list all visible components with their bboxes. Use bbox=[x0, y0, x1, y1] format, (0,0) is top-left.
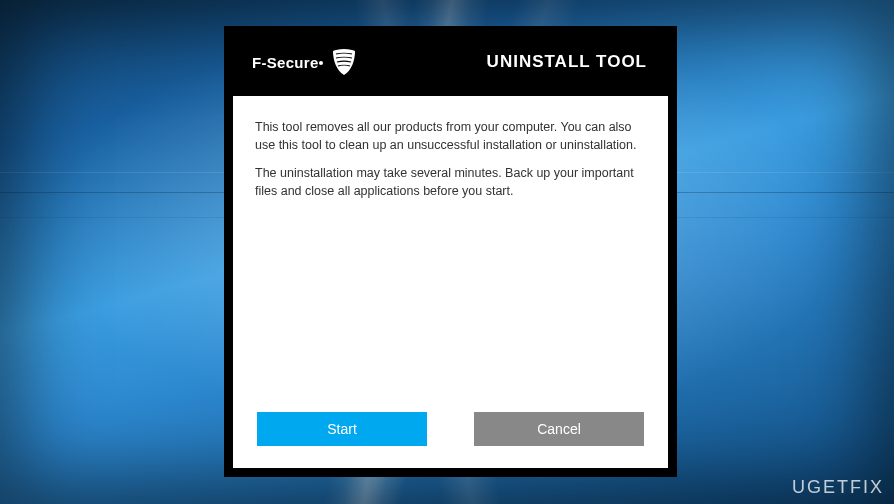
brand-text: F-Secure bbox=[252, 54, 324, 71]
brand-logo: F-Secure bbox=[252, 48, 356, 76]
dialog-body: This tool removes all our products from … bbox=[233, 96, 668, 468]
intro-paragraph-1: This tool removes all our products from … bbox=[255, 118, 646, 154]
fsecure-shield-icon bbox=[332, 48, 356, 76]
start-button[interactable]: Start bbox=[257, 412, 427, 446]
intro-paragraph-2: The uninstallation may take several minu… bbox=[255, 164, 646, 200]
button-row: Start Cancel bbox=[255, 412, 646, 448]
uninstall-dialog: F-Secure UNINSTALL TOOL This tool remove… bbox=[224, 26, 677, 477]
watermark-text: UGETFIX bbox=[792, 477, 884, 498]
dialog-title: UNINSTALL TOOL bbox=[487, 52, 647, 72]
dialog-header: F-Secure UNINSTALL TOOL bbox=[224, 26, 677, 96]
cancel-button[interactable]: Cancel bbox=[474, 412, 644, 446]
